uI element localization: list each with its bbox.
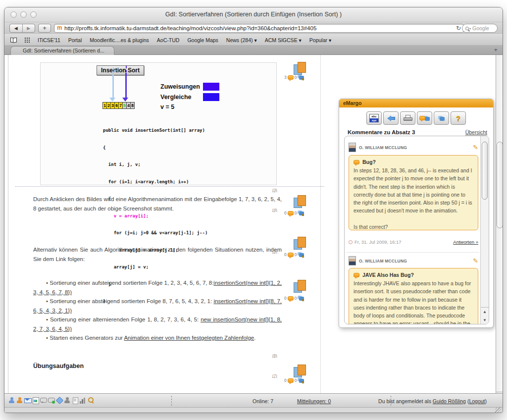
annotation-counts[interactable]: 0 0 [284,296,304,301]
bookmark-google-maps[interactable]: Google Maps [187,37,218,43]
paragraph-3-marker[interactable]: (3) [272,188,277,192]
list-item: Sortierung einer aufsteigend sortierten … [33,278,282,297]
resize-grip[interactable] [495,407,502,413]
active-tab[interactable]: GdI: Sortierverfahren (Sortieren d... [10,46,114,55]
paragraph-7-marker[interactable]: (7) [272,373,277,378]
paragraph-6-marker[interactable]: (6) [272,353,277,358]
comment-footer: Fr, 31. Jul 2009, 16:17 Antworten » [349,239,478,245]
bookmarks-bar: ITiCSE'11 Portal Moodlerific....es & plu… [4,34,503,45]
chart-icon[interactable] [80,397,86,404]
window-scrollbar-thumb[interactable] [497,142,503,228]
user-icon[interactable] [8,397,15,404]
magnifier-icon[interactable] [88,397,94,404]
user-gray-icon[interactable] [64,397,70,404]
new-tab-button[interactable]: + [494,46,498,53]
scroll-down-button[interactable]: ▼ [481,316,489,324]
window-title: GdI: Sortierverfahren (Sortieren durch E… [64,11,443,18]
minimize-window-button[interactable] [20,11,27,18]
comment-bubble-icon [288,211,294,215]
generator-link[interactable]: Animation einer von Ihnen festgelegten Z… [124,335,254,341]
annotation-counts[interactable]: 0 0 [284,252,304,257]
print-button[interactable] [400,111,415,125]
comment-bubble-icon [288,296,294,301]
reload-icon[interactable]: ↻ [456,25,461,32]
tag-icon[interactable] [56,397,62,404]
reply-link[interactable]: Antworten » [453,239,478,245]
annotation-counts[interactable]: 0 0 [284,210,304,215]
bookmark-iticse[interactable]: ITiCSE'11 [38,37,60,43]
content-column-divider [320,55,321,393]
code-line: for (i=1; i<array.length; i++) [103,179,207,185]
emargo-toolbar: abcxyz ? [339,111,493,125]
avatar [349,143,356,152]
speech-bubble-icon[interactable] [40,397,47,404]
list-item: Starten eines Generators zur Animation e… [33,333,282,343]
all-comments-button[interactable] [417,111,432,125]
comments-heading: Kommentare zu Absatz 3 [348,129,415,135]
add-bookmark-button[interactable]: + [38,24,51,33]
edit-pencil-icon[interactable]: ✎ [473,257,478,264]
bookmark-aoc-tud[interactable]: AoC-TUD [157,37,180,43]
bookmark-portal[interactable]: Portal [68,37,82,43]
edit-pencil-icon[interactable]: ✎ [473,144,478,151]
bookmark-news-folder[interactable]: News (284) ▾ [226,37,257,43]
annotation-books-icon[interactable] [294,280,307,294]
address-bar[interactable]: m http://proffs.tk.informatik.tu-darmsta… [54,24,464,33]
bookmark-popular-folder[interactable]: Popular ▾ [309,37,331,43]
logout-link[interactable]: Logout [469,398,485,404]
help-button[interactable]: ? [451,111,466,125]
comment-author: O. WILLIAM MCCLUNG [359,145,470,150]
paragraph-5: Alternativ können Sie auch Algorithmenan… [33,245,282,263]
annotation-books-icon[interactable] [294,365,307,378]
comment-author: O. WILLIAM MCCLUNG [359,259,470,263]
search-field[interactable]: ▾ Google [462,24,498,33]
comment-bubble-icon [288,378,294,383]
status-bar: Online: 7 Mitteilungen: 0 Du bist angeme… [4,393,503,407]
search-engine-dropdown-icon[interactable]: ▾ [469,27,471,30]
zoom-window-button[interactable] [30,11,37,18]
user-profile-link[interactable]: Guido Rößling [433,398,466,404]
annotation-books-icon[interactable] [294,62,307,76]
search-icon [465,27,469,30]
image-document-icon[interactable] [32,397,39,404]
back-button[interactable]: ◀ [10,24,22,32]
bookmark-acm-sigcse-folder[interactable]: ACM SIGCSE ▾ [265,37,302,43]
history-buttons: ◀ ▶ [9,24,35,33]
edit-profile-icon[interactable] [16,397,23,404]
scrollbar-thumb[interactable] [482,142,488,200]
url-text[interactable]: http://proffs.tk.informatik.tu-darmstadt… [64,25,454,31]
annotation-counts[interactable]: 0 0 [284,378,304,383]
close-window-button[interactable] [10,11,17,18]
annotation-books-icon[interactable] [294,195,307,209]
annotation-books-icon[interactable] [294,237,307,251]
bookmarks-book-icon[interactable] [10,38,17,42]
edit-page-icon[interactable] [72,397,78,404]
scroll-up-button[interactable]: ▲ [481,308,489,316]
forward-button[interactable]: ▶ [22,24,35,32]
paragraph-5-marker[interactable]: (5) [272,249,277,254]
comment-list-scrollbar[interactable]: ▲ ▼ [480,136,489,324]
emargo-panel-title[interactable]: eMargo [339,99,493,107]
paragraph-4-marker[interactable]: (4) [272,208,277,212]
blue-bubble-icon [438,116,445,121]
overview-link[interactable]: Übersicht [465,129,487,135]
window-scrollbar[interactable]: ▲ ▼ [496,55,503,407]
comment-text-2: Is that correct? [354,223,473,230]
back-to-text-button[interactable] [383,111,399,125]
add-comment-icon[interactable] [48,397,54,404]
private-comment-icon [298,296,304,301]
legend-compares-label: Vergleiche [160,94,192,101]
avatar [349,256,356,265]
messages-link[interactable]: Mitteilungen: 0 [297,398,331,404]
insertion-sort-applet-image[interactable]: Insertion Sort 1 2 3 6 7 5 4 [40,62,277,185]
left-arrow-icon [387,115,395,121]
comment-date: Fr, 31. Jul 2009, 16:17 [349,239,402,245]
format-button[interactable]: abcxyz [366,111,382,125]
annotation-counts[interactable]: 3 0 [284,75,304,80]
list-item: Sortierung einer absteigend sortierten F… [33,297,282,315]
mail-icon[interactable] [24,397,31,404]
search-placeholder: Google [472,25,489,31]
bookmark-moodlerific[interactable]: Moodlerific....es & plugins [90,37,149,43]
single-comment-button[interactable] [434,111,449,125]
top-sites-grid-icon[interactable] [25,38,30,43]
